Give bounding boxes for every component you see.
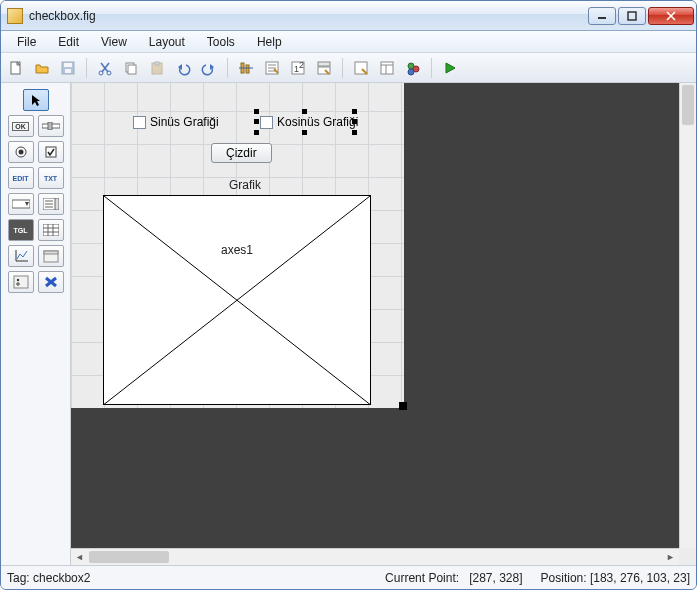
canvas-container: Sinüs Grafiği Kosinüs Grafiği [71, 83, 696, 565]
app-window: checkbox.fig File Edit View Layout Tools… [0, 0, 697, 590]
property-inspector-button[interactable] [376, 57, 398, 79]
window-title: checkbox.fig [29, 9, 588, 23]
maximize-icon [627, 11, 637, 21]
slider-icon [42, 122, 60, 130]
editor-button[interactable] [350, 57, 372, 79]
menu-editor-icon [264, 60, 280, 76]
selection-handle[interactable] [352, 109, 357, 114]
uicontrol-checkbox-kosinus[interactable]: Kosinüs Grafiği [260, 115, 358, 129]
selection-handle[interactable] [254, 109, 259, 114]
selection-handle[interactable] [254, 119, 259, 124]
svg-marker-39 [32, 95, 40, 106]
toolbar: 12 [1, 53, 696, 83]
titlebar: checkbox.fig [1, 1, 696, 31]
slider-tool[interactable] [38, 115, 64, 137]
button-group-tool[interactable] [8, 271, 34, 293]
close-button[interactable] [648, 7, 694, 25]
component-palette: OK EDIT TXT TGL [1, 83, 71, 565]
paste-button[interactable] [146, 57, 168, 79]
cut-button[interactable] [94, 57, 116, 79]
toolbar-separator [342, 58, 343, 78]
maximize-button[interactable] [618, 7, 646, 25]
undo-button[interactable] [172, 57, 194, 79]
svg-point-11 [99, 71, 103, 75]
paste-icon [149, 60, 165, 76]
align-objects-button[interactable] [235, 57, 257, 79]
canvas-background: Sinüs Grafiği Kosinüs Grafiği [71, 83, 679, 548]
menu-view[interactable]: View [91, 33, 137, 51]
tab-order-icon: 12 [290, 60, 306, 76]
svg-line-9 [101, 63, 108, 72]
toggle-button-tool[interactable]: TGL [8, 219, 34, 241]
menubar: File Edit View Layout Tools Help [1, 31, 696, 53]
svg-point-62 [16, 279, 18, 281]
status-tag-label: Tag: [7, 571, 30, 585]
menu-edit[interactable]: Edit [48, 33, 89, 51]
statusbar: Tag: checkbox2 Current Point: [287, 328]… [1, 565, 696, 589]
selection-handle[interactable] [302, 109, 307, 114]
uicontrol-axes[interactable]: axes1 [103, 195, 371, 405]
window-controls [588, 7, 694, 25]
popup-icon [12, 199, 30, 209]
menu-layout[interactable]: Layout [139, 33, 195, 51]
select-tool[interactable] [23, 89, 49, 111]
svg-rect-41 [48, 122, 52, 130]
minimize-button[interactable] [588, 7, 616, 25]
static-text-tool[interactable]: TXT [38, 167, 64, 189]
svg-rect-7 [64, 63, 72, 67]
run-figure-button[interactable] [439, 57, 461, 79]
scrollbar-thumb[interactable] [682, 85, 694, 125]
svg-rect-44 [46, 147, 56, 157]
save-icon [60, 60, 76, 76]
open-file-button[interactable] [31, 57, 53, 79]
redo-icon [201, 60, 217, 76]
checkbox-tool[interactable] [38, 141, 64, 163]
object-browser-icon [405, 60, 421, 76]
svg-point-12 [107, 71, 111, 75]
copy-button[interactable] [120, 57, 142, 79]
selection-handle[interactable] [302, 130, 307, 135]
uicontrol-pushbutton-cizdir[interactable]: Çizdir [211, 143, 272, 163]
status-pos-label: Position: [541, 571, 587, 585]
menu-help[interactable]: Help [247, 33, 292, 51]
activex-tool[interactable] [38, 271, 64, 293]
menu-file[interactable]: File [7, 33, 46, 51]
scrollbar-thumb[interactable] [89, 551, 169, 563]
activex-icon [43, 275, 59, 289]
selection-handle[interactable] [352, 119, 357, 124]
toolbar-separator [431, 58, 432, 78]
redo-button[interactable] [198, 57, 220, 79]
uicontrol-checkbox-sinus[interactable]: Sinüs Grafiği [133, 115, 219, 129]
menu-editor-button[interactable] [261, 57, 283, 79]
listbox-tool[interactable] [38, 193, 64, 215]
scroll-left-arrow[interactable]: ◄ [71, 549, 88, 565]
radio-button-tool[interactable] [8, 141, 34, 163]
panel-icon [43, 249, 59, 263]
axes-tool[interactable] [8, 245, 34, 267]
svg-marker-38 [446, 63, 455, 73]
edit-text-tool[interactable]: EDIT [8, 167, 34, 189]
scroll-right-arrow[interactable]: ► [662, 549, 679, 565]
undo-icon [175, 60, 191, 76]
cursor-icon [29, 93, 43, 107]
figure-resize-grip[interactable] [399, 402, 407, 410]
tab-order-button[interactable]: 12 [287, 57, 309, 79]
vertical-scrollbar[interactable] [679, 83, 696, 548]
table-icon [43, 224, 59, 236]
table-tool[interactable] [38, 219, 64, 241]
toolbar-editor-button[interactable] [313, 57, 335, 79]
object-browser-button[interactable] [402, 57, 424, 79]
figure-layout-grid[interactable]: Sinüs Grafiği Kosinüs Grafiği [71, 83, 404, 408]
selection-handle[interactable] [254, 130, 259, 135]
horizontal-scrollbar[interactable]: ◄ ► [71, 548, 679, 565]
new-file-button[interactable] [5, 57, 27, 79]
save-button[interactable] [57, 57, 79, 79]
svg-rect-61 [14, 276, 28, 288]
selection-handle[interactable] [352, 130, 357, 135]
menu-tools[interactable]: Tools [197, 33, 245, 51]
push-button-tool[interactable]: OK [8, 115, 34, 137]
svg-text:2: 2 [299, 60, 304, 70]
panel-tool[interactable] [38, 245, 64, 267]
popup-menu-tool[interactable] [8, 193, 34, 215]
property-inspector-icon [379, 60, 395, 76]
